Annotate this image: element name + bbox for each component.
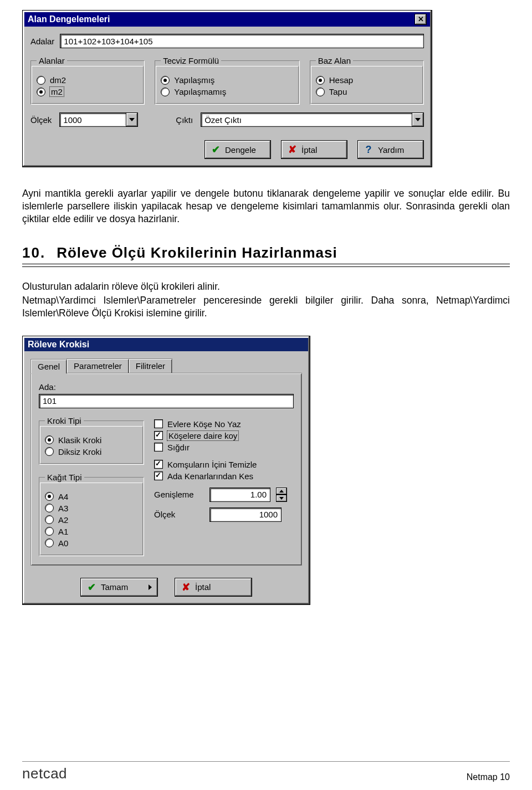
page-footer: netcad Netmap 10: [22, 761, 510, 782]
tab-panel-genel: Ada: Kroki Tipi Klasik Kroki Diksiz Krok…: [30, 373, 302, 566]
x-icon: ✘: [287, 145, 297, 155]
tecviz-legend: Tecviz Formülü: [161, 56, 221, 65]
cikti-combo[interactable]: [201, 112, 424, 127]
dialog1-titlebar[interactable]: Alan Dengelemeleri ✕: [24, 12, 430, 27]
chevron-right-icon: [149, 584, 152, 590]
dialog1-title: Alan Dengelemeleri: [28, 14, 110, 24]
kagit-a2-radio[interactable]: A2: [45, 515, 138, 525]
kroki-legend: Kroki Tipi: [45, 416, 84, 425]
alanlar-m2-radio[interactable]: m2: [37, 87, 139, 96]
baz-group: Baz Alan Hesap Tapu: [310, 56, 424, 105]
baz-hesap-radio[interactable]: Hesap: [316, 75, 418, 85]
olcek2-input[interactable]: [209, 507, 282, 522]
check-sigdir[interactable]: Sığdır: [154, 443, 294, 452]
chevron-down-icon[interactable]: [126, 112, 138, 127]
kroki-klasik-radio[interactable]: Klasik Kroki: [45, 435, 138, 445]
dialog2-title: Röleve Krokisi: [28, 340, 89, 350]
olcek1-input[interactable]: [59, 112, 126, 127]
kagit-a3-radio[interactable]: A3: [45, 504, 138, 513]
chevron-up-icon[interactable]: [276, 488, 287, 495]
baz-legend: Baz Alan: [316, 56, 353, 65]
tecviz-yapilasmamis-radio[interactable]: Yapılaşmamış: [161, 87, 294, 96]
check-kenar[interactable]: Ada Kenarlarından Kes: [154, 471, 294, 481]
kroki-tipi-group: Kroki Tipi Klasik Kroki Diksiz Kroki: [39, 416, 144, 465]
alan-dengelemeleri-dialog: Alan Dengelemeleri ✕ Adalar Alanlar dm2 …: [22, 10, 432, 167]
alanlar-dm2-radio[interactable]: dm2: [37, 75, 139, 85]
tab-filtreler[interactable]: Filitreler: [129, 358, 172, 373]
section-heading: 10. Röleve Ölçü Krokilerinin Hazirlanmas…: [22, 244, 510, 261]
genisleme-spinner[interactable]: [276, 488, 287, 502]
dialog2-titlebar[interactable]: Röleve Krokisi: [24, 338, 308, 351]
check-icon: ✔: [86, 582, 96, 592]
tab-genel[interactable]: Genel: [30, 359, 67, 374]
kagit-a0-radio[interactable]: A0: [45, 538, 138, 548]
kagit-tipi-group: Kağıt Tipi A4 A3 A2 A1 A0: [39, 473, 144, 556]
baz-tapu-radio[interactable]: Tapu: [316, 87, 418, 96]
tamam-button[interactable]: ✔ Tamam: [80, 578, 158, 597]
check-koselere[interactable]: Köşelere daire koy: [154, 431, 294, 440]
heading-number: 10.: [22, 244, 45, 261]
cikti-label: Çıktı: [176, 115, 193, 125]
kagit-a4-radio[interactable]: A4: [45, 492, 138, 501]
tabs: Genel Parametreler Filitreler: [30, 358, 302, 373]
genisleme-input[interactable]: [209, 488, 270, 502]
adalar-label: Adalar: [30, 37, 54, 46]
kagit-a1-radio[interactable]: A1: [45, 527, 138, 536]
ada-label: Ada:: [39, 382, 294, 392]
question-icon: ?: [364, 145, 374, 155]
tecviz-group: Tecviz Formülü Yapılaşmış Yapılaşmamış: [155, 56, 300, 105]
dengele-button[interactable]: ✔ Dengele: [204, 140, 271, 159]
heading-text: Röleve Ölçü Krokilerinin Hazirlanmasi: [57, 244, 337, 261]
chevron-down-icon[interactable]: [276, 495, 287, 502]
yardim-button[interactable]: ? Yardım: [357, 140, 424, 159]
kagit-legend: Kağıt Tipi: [45, 473, 84, 482]
iptal2-button[interactable]: ✘ İptal: [175, 578, 252, 597]
tecviz-yapilasmis-radio[interactable]: Yapılaşmış: [161, 75, 294, 85]
adalar-input[interactable]: [60, 34, 424, 48]
heading-rule-2: [22, 266, 510, 267]
close-icon[interactable]: ✕: [415, 14, 427, 25]
paragraph-1: Ayni mantikla gerekli ayarlar yapilir ve…: [22, 187, 510, 225]
olcek1-combo[interactable]: [59, 112, 138, 127]
roleve-krokisi-dialog: Röleve Krokisi Genel Parametreler Filitr…: [22, 336, 310, 605]
olcek1-label: Ölçek: [30, 115, 52, 125]
ada-input[interactable]: [39, 394, 294, 408]
heading-rule: [22, 264, 510, 264]
paragraph-2a: Olusturulan adalarin röleve ölçü krokile…: [22, 280, 510, 293]
olcek2-label: Ölçek: [154, 510, 204, 519]
cikti-input[interactable]: [201, 112, 412, 127]
iptal-button[interactable]: ✘ İptal: [281, 140, 347, 159]
genisleme-label: Genişleme: [154, 490, 204, 499]
check-icon: ✔: [211, 145, 221, 155]
brand-logo: netcad: [22, 765, 67, 782]
alanlar-group: Alanlar dm2 m2: [30, 56, 145, 105]
check-komsu[interactable]: Komşuların İçini Temizle: [154, 460, 294, 469]
kroki-diksiz-radio[interactable]: Diksiz Kroki: [45, 447, 138, 456]
alanlar-legend: Alanlar: [37, 56, 67, 65]
paragraph-2b: Netmap\Yardimci Islemler\Parametreler pe…: [22, 294, 510, 320]
page-number: Netmap 10: [467, 772, 510, 782]
tab-parametreler[interactable]: Parametreler: [66, 358, 129, 373]
x-icon: ✘: [181, 582, 191, 592]
check-evlere[interactable]: Evlere Köşe No Yaz: [154, 419, 294, 429]
chevron-down-icon[interactable]: [412, 112, 424, 127]
